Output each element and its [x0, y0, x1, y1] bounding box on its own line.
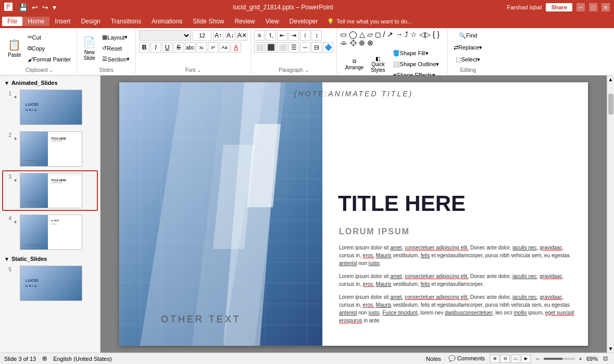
menu-developer[interactable]: Developer: [284, 17, 323, 26]
zoom-slider[interactable]: [544, 358, 575, 360]
new-slide-button[interactable]: 📄 New Slide: [80, 34, 98, 63]
clipboard-column: ✂ Cut ⧉ Copy 🖌 Format Painter: [25, 32, 74, 65]
shape-outline-button[interactable]: ⬜ Shape Outline ▾: [390, 59, 442, 69]
select-dropdown: ▾: [477, 56, 480, 63]
title-bar: 🅿 💾 ↩ ↪ ▾ lucid_grid_21814.pptx – PowerP…: [0, 0, 614, 15]
bold-button[interactable]: B: [139, 42, 149, 53]
save-button[interactable]: 💾: [18, 2, 29, 12]
slides-group-content: 📄 New Slide ▦ Layout ▾ ↺ Reset ☰: [80, 30, 132, 66]
notes-button[interactable]: Notes: [424, 356, 443, 362]
redo-button[interactable]: ↪: [41, 2, 49, 12]
columns-button[interactable]: ⫶: [300, 30, 310, 41]
menu-insert[interactable]: Insert: [49, 17, 76, 26]
select-button[interactable]: ⬚ Select ▾: [453, 54, 483, 65]
slide-num-1: 1: [5, 91, 11, 96]
slide-thumb-1[interactable]: 1 ★ LUCIDGRID: [2, 87, 98, 128]
menu-design[interactable]: Design: [76, 17, 105, 26]
user-name: Farshad Iqbal: [507, 4, 542, 10]
maximize-button[interactable]: □: [589, 3, 597, 11]
slide-thumb-5[interactable]: 5 LUCIDGRID: [2, 263, 98, 304]
fit-window-button[interactable]: ⊡: [601, 355, 610, 362]
menu-transitions[interactable]: Transitions: [106, 17, 146, 26]
layout-button[interactable]: ▦ Layout ▾: [99, 32, 132, 43]
replace-button[interactable]: ⇄ Replace ▾: [451, 42, 485, 53]
minimize-button[interactable]: ─: [577, 3, 585, 11]
slide-panel: ▼ Animated_Slides 1 ★ LUCIDGRID 2 ★: [0, 76, 101, 353]
comments-button[interactable]: 💬 Comments: [446, 355, 487, 362]
slide-num-4: 4: [5, 216, 11, 221]
indent-decrease-button[interactable]: ⇤: [277, 30, 287, 41]
numbering-button[interactable]: ⒈: [266, 30, 276, 41]
slide-thumb-2[interactable]: 2 ★ TITLE HERE LORUM IPSUM OTHER TEXT: [2, 129, 98, 169]
line-spacing-button[interactable]: ↕: [311, 30, 322, 41]
slide-thumb-3[interactable]: 3 ★ TITLE HERE LORUM IPSUM OTHER TEXT: [2, 170, 98, 211]
bullets-button[interactable]: ≡: [254, 30, 265, 41]
scroll-thumb[interactable]: [608, 94, 613, 115]
clear-format-button[interactable]: A✕: [237, 30, 247, 41]
font-size-input[interactable]: 12: [193, 30, 211, 41]
quick-access-toolbar: 💾 ↩ ↪ ▾: [16, 2, 59, 12]
section-icon: ☰: [102, 56, 107, 62]
section-static-slides[interactable]: ▼ Static_Slides: [2, 254, 98, 263]
menu-home[interactable]: Home: [22, 17, 49, 26]
quick-styles-button[interactable]: ◧ Quick Styles: [368, 54, 387, 74]
slide-panel-toggle-button[interactable]: ⊞: [40, 355, 49, 362]
align-justify-button[interactable]: ☰: [289, 42, 299, 53]
menu-animations[interactable]: Animations: [146, 17, 187, 26]
font-decrease-button[interactable]: A↓: [225, 30, 235, 41]
scroll-down-button[interactable]: ▼: [607, 345, 614, 353]
section-button[interactable]: ☰ Section ▾: [99, 54, 132, 65]
text-direction-button[interactable]: ↔: [300, 42, 310, 53]
menu-view[interactable]: View: [260, 17, 284, 26]
align-left-button[interactable]: ⬜: [254, 42, 265, 53]
arrange-button[interactable]: ⧉ Arrange: [343, 54, 367, 74]
section-animated-slides[interactable]: ▼ Animated_Slides: [2, 78, 98, 87]
strikethrough-button[interactable]: S: [173, 42, 184, 53]
normal-view-button[interactable]: ⊞: [490, 355, 499, 363]
scroll-up-button[interactable]: ▲: [607, 76, 614, 83]
indent-increase-button[interactable]: ⇥: [289, 30, 299, 41]
paste-button[interactable]: 📋 Paste: [5, 34, 24, 63]
zoom-in-button[interactable]: +: [577, 356, 584, 362]
superscript-button[interactable]: x²: [208, 42, 218, 53]
customize-qa-button[interactable]: ▾: [52, 2, 57, 12]
find-button[interactable]: 🔍 Find: [456, 30, 480, 41]
reset-button[interactable]: ↺ Reset: [99, 43, 132, 54]
slide-sorter-button[interactable]: ⊟: [500, 355, 510, 363]
vertical-scrollbar[interactable]: ▲ ▼: [607, 76, 614, 353]
shadow-button[interactable]: abc: [185, 42, 195, 53]
slide-canvas-area[interactable]: (NOTE:ANIMATED TITLE) TITLE HERE LORUM I…: [101, 76, 607, 353]
reading-view-button[interactable]: 📖: [511, 355, 520, 363]
slide-num-5: 5: [5, 267, 11, 272]
menu-file[interactable]: File: [2, 17, 22, 26]
menu-review[interactable]: Review: [229, 17, 260, 26]
align-text-button[interactable]: ⊟: [311, 42, 322, 53]
body-paragraph-3: Lorem ipsum dolor sit amet, consectetuer…: [339, 293, 578, 324]
share-button[interactable]: Share: [546, 3, 572, 11]
underline-button[interactable]: U: [162, 42, 172, 53]
font-increase-button[interactable]: A↑: [213, 30, 223, 41]
slide-panel-scroll[interactable]: ▼ Animated_Slides 1 ★ LUCIDGRID 2 ★: [0, 76, 100, 353]
font-family-select[interactable]: [139, 30, 191, 41]
section-dropdown-icon: ▾: [127, 56, 130, 62]
section-animated-label: Animated_Slides: [11, 80, 58, 86]
zoom-out-button[interactable]: −: [534, 356, 541, 362]
font-color-button[interactable]: A: [231, 42, 241, 53]
subscript-button[interactable]: x₂: [196, 42, 207, 53]
slideshow-button[interactable]: ▶: [521, 355, 531, 363]
slide-thumb-4[interactable]: 4 ★ ★ TEXT H E R E... OTHER TEXT: [2, 212, 98, 253]
fontsize-small-button[interactable]: Aa: [219, 42, 230, 53]
slide-img-5: LUCIDGRID: [20, 266, 82, 301]
cut-button[interactable]: ✂ Cut: [25, 32, 74, 43]
undo-button[interactable]: ↩: [31, 2, 39, 12]
close-button[interactable]: ✕: [602, 3, 610, 11]
italic-button[interactable]: I: [151, 42, 161, 53]
align-center-button[interactable]: ⬛: [266, 42, 276, 53]
shape-fill-button[interactable]: 🪣 Shape Fill ▾: [390, 48, 442, 58]
align-right-button[interactable]: ⬜: [277, 42, 287, 53]
menu-slideshow[interactable]: Slide Show: [187, 17, 229, 26]
tell-me-button[interactable]: 💡 Tell me what you want to do...: [323, 17, 416, 26]
format-painter-button[interactable]: 🖌 Format Painter: [25, 54, 74, 65]
copy-button[interactable]: ⧉ Copy: [25, 43, 74, 54]
smartart-button[interactable]: 🔷: [323, 42, 333, 53]
